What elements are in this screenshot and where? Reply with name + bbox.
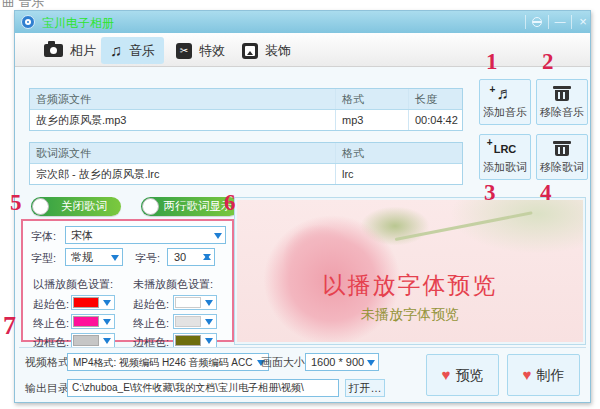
- tab-photos[interactable]: 相片: [35, 37, 105, 64]
- size-label: 字号:: [135, 251, 160, 266]
- trash-icon: [555, 145, 569, 156]
- audio-table-row[interactable]: 故乡的原风景.mp3 mp3 00:04:42: [30, 110, 462, 130]
- toggle-label: 关闭歌词: [61, 200, 107, 212]
- font-settings-panel: 字体: 宋体 字型: 常规 字号: 30 以播放颜色设置: 未播放颜色设置: 起…: [21, 219, 234, 342]
- unplayed-border-color-picker[interactable]: [173, 333, 217, 348]
- music-note-plus-icon: +♬: [497, 84, 514, 104]
- color-swatch: [73, 335, 99, 346]
- add-music-button[interactable]: +♬ 添加音乐: [479, 79, 531, 125]
- color-swatch: [73, 316, 99, 327]
- heart-icon: ♥: [523, 366, 532, 383]
- unplayed-end-color-picker[interactable]: [173, 314, 217, 329]
- add-lyrics-button[interactable]: +LRC 添加歌词: [479, 134, 531, 180]
- tab-label: 特效: [199, 42, 225, 60]
- minimize-button[interactable]: —: [551, 14, 569, 30]
- annotation-4: 4: [540, 180, 552, 206]
- font-size-value: 30: [174, 251, 186, 263]
- tab-label: 相片: [70, 42, 96, 60]
- titlebar-divider: [525, 15, 526, 29]
- color-swatch: [73, 297, 99, 308]
- font-size-stepper[interactable]: 30: [167, 248, 215, 266]
- trash-icon: [555, 90, 569, 101]
- audio-file-length: 00:04:42: [408, 110, 462, 130]
- bottom-divider: [19, 347, 586, 348]
- unplayed-start-color-picker[interactable]: [173, 295, 217, 310]
- lyric-table-header: 歌词源文件 格式: [30, 143, 462, 164]
- annotation-1: 1: [486, 49, 498, 75]
- button-label: 移除歌词: [537, 160, 587, 175]
- toggle-knob: [32, 198, 49, 215]
- font-family-dropdown[interactable]: 宋体: [65, 226, 226, 244]
- font-style-dropdown[interactable]: 常规: [65, 248, 123, 266]
- tab-bar: 相片 ♫ 音乐 ✂ 特效 装饰: [15, 33, 590, 67]
- col-audio-source: 音频源文件: [30, 89, 335, 109]
- window-title: 宝川电子相册: [42, 15, 114, 32]
- played-end-color-picker[interactable]: [71, 314, 115, 329]
- frame-size-value: 1600 * 900: [311, 356, 364, 368]
- tab-decoration[interactable]: 装饰: [233, 37, 300, 64]
- output-dir-input[interactable]: [67, 379, 339, 397]
- video-format-dropdown[interactable]: MP4格式: 视频编码 H246 音频编码 ACC: [67, 353, 269, 371]
- lyric-preview-pane: 以播放字体预览 未播放字体预览: [234, 197, 586, 345]
- style-label: 字型:: [31, 251, 56, 266]
- chevron-down-icon: [205, 300, 213, 310]
- played-border-color-picker[interactable]: [71, 333, 115, 348]
- end-color-label: 终止色:: [133, 316, 169, 331]
- remove-music-button[interactable]: 移除音乐: [536, 79, 588, 125]
- played-colors-header: 以播放颜色设置:: [33, 277, 113, 292]
- col-length: 长度: [408, 89, 462, 109]
- titlebar-divider: [571, 15, 572, 29]
- font-family-value: 宋体: [71, 229, 93, 241]
- col-lyric-source: 歌词源文件: [30, 143, 335, 163]
- spinner-down-icon: [203, 254, 211, 263]
- music-note-icon: ♫: [110, 44, 122, 58]
- annotation-3: 3: [484, 180, 496, 206]
- button-label: 预览: [455, 367, 483, 383]
- tab-label: 装饰: [265, 42, 291, 60]
- remove-lyrics-button[interactable]: 移除歌词: [536, 134, 588, 180]
- toggle-close-lyrics[interactable]: 关闭歌词: [31, 197, 121, 216]
- audio-file-name: 故乡的原风景.mp3: [30, 110, 335, 130]
- button-label: 制作: [536, 367, 564, 383]
- tab-effects[interactable]: ✂ 特效: [167, 37, 234, 64]
- close-button[interactable]: ×: [574, 14, 592, 30]
- lrc-plus-icon: +LRC: [494, 143, 517, 155]
- lyric-file-table: 歌词源文件 格式 宗次郎 - 故乡的原风景.lrc lrc: [29, 142, 463, 185]
- screen: 曲 音乐 宝川电子相册 — × 相片 ♫ 音乐 ✂ 特效: [0, 0, 600, 409]
- start-color-label: 起始色:: [33, 297, 69, 312]
- color-swatch: [175, 335, 201, 346]
- camera-icon: [44, 44, 63, 57]
- lyric-table-row[interactable]: 宗次郎 - 故乡的原风景.lrc lrc: [30, 164, 462, 184]
- frame-size-dropdown[interactable]: 1600 * 900: [305, 353, 379, 371]
- preview-button[interactable]: ♥预览: [426, 354, 499, 396]
- video-format-label: 视频格式:: [25, 353, 72, 371]
- chevron-down-icon: [111, 255, 119, 265]
- played-start-color-picker[interactable]: [71, 295, 115, 310]
- annotation-5: 5: [10, 190, 22, 216]
- output-dir-label: 输出目录:: [25, 379, 72, 397]
- font-label: 字体:: [31, 229, 56, 244]
- titlebar-divider: [548, 15, 549, 29]
- audio-table-header: 音频源文件 格式 长度: [30, 89, 462, 110]
- start-color-label: 起始色:: [133, 297, 169, 312]
- audio-file-format: mp3: [335, 110, 408, 130]
- app-window: 宝川电子相册 — × 相片 ♫ 音乐 ✂ 特效 装饰: [14, 10, 591, 403]
- button-label: 添加音乐: [480, 105, 530, 120]
- open-folder-button[interactable]: 打开…: [345, 379, 385, 397]
- make-button[interactable]: ♥制作: [507, 354, 580, 396]
- app-logo-icon: [21, 15, 35, 29]
- toggle-label: 两行歌词显示: [164, 200, 233, 212]
- color-swatch: [175, 316, 201, 327]
- titlebar[interactable]: 宝川电子相册 — ×: [15, 11, 590, 33]
- chevron-down-icon: [367, 360, 375, 370]
- audio-file-table: 音频源文件 格式 长度 故乡的原风景.mp3 mp3 00:04:42: [29, 88, 463, 131]
- annotation-6: 6: [224, 190, 236, 216]
- lyric-file-format: lrc: [335, 164, 462, 184]
- unplayed-font-preview-text: 未播放字体预览: [235, 306, 585, 324]
- skin-menu-button[interactable]: [528, 14, 546, 30]
- end-color-label: 终止色:: [33, 316, 69, 331]
- tab-music[interactable]: ♫ 音乐: [101, 37, 164, 64]
- played-font-preview-text: 以播放字体预览: [235, 270, 585, 301]
- picture-icon: [242, 43, 258, 59]
- button-label: 移除音乐: [537, 105, 587, 120]
